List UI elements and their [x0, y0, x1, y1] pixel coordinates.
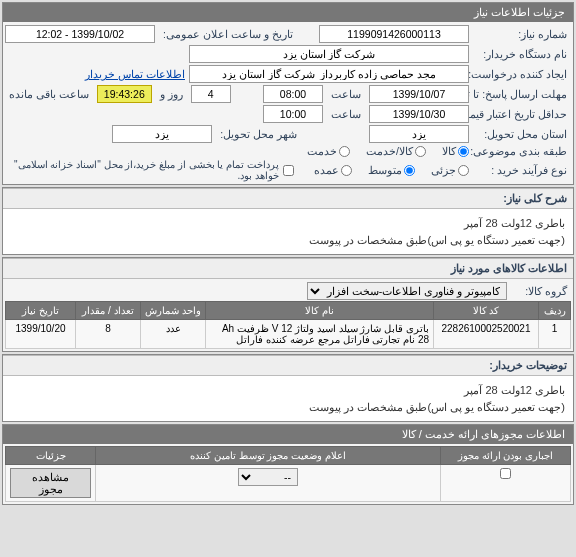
label-price-valid: حداقل تاریخ اعتبار قیمت: تا تاریخ: — [473, 108, 571, 120]
radio-large[interactable]: عمده — [314, 164, 352, 176]
section-buyer-notes-title: توضیحات خریدار: — [3, 355, 573, 376]
field-deadline-date[interactable] — [369, 85, 469, 103]
radio-medium[interactable]: متوسط — [368, 164, 415, 176]
th-unit: واحد شمارش — [141, 302, 206, 320]
label-budget-type: طبقه بندی موضوعی: — [473, 145, 571, 157]
panel-permits-body: اجباری بودن ارائه مجوز اعلام وضعیت مجوز … — [3, 444, 573, 504]
section-desc-title: شرح کلی نیاز: — [3, 188, 573, 209]
desc-line-1: باطری 12ولت 28 آمپر — [11, 215, 565, 232]
label-remaining: ساعت باقی مانده — [5, 88, 93, 100]
panel-buyer-notes: توضیحات خریدار: باطری 12ولت 28 آمپر (جهت… — [2, 354, 574, 422]
cell-row: 1 — [539, 320, 571, 349]
cell-unit: عدد — [141, 320, 206, 349]
section-goods-title: اطلاعات کالاهای مورد نیاز — [3, 258, 573, 279]
field-province[interactable] — [369, 125, 469, 143]
field-price-valid-time[interactable] — [263, 105, 323, 123]
label-city: شهر محل تحویل: — [216, 128, 301, 140]
th-code: کد کالا — [434, 302, 539, 320]
field-requester[interactable] — [189, 65, 469, 83]
th-status-announce: اعلام وضعیت مجوز توسط تامین کننده — [96, 447, 441, 465]
cell-status-announce: -- — [96, 465, 441, 502]
cell-date: 1399/10/20 — [6, 320, 76, 349]
link-contact-info[interactable]: اطلاعات تماس خریدار — [85, 68, 185, 80]
radio-medium-input[interactable] — [404, 165, 415, 176]
buyer-note-line-1: باطری 12ولت 28 آمپر — [11, 382, 565, 399]
radio-goods-service[interactable]: کالا/خدمت — [366, 145, 426, 157]
radio-service-input[interactable] — [339, 146, 350, 157]
radio-service-label: خدمت — [307, 145, 337, 157]
cell-details: مشاهده مجوز — [6, 465, 96, 502]
radio-small-input[interactable] — [458, 165, 469, 176]
th-details: جزئیات — [6, 447, 96, 465]
th-date: تاریخ نیاز — [6, 302, 76, 320]
radio-small[interactable]: جزئی — [431, 164, 469, 176]
radio-goods-label: کالا — [442, 145, 456, 157]
field-price-valid-date[interactable] — [369, 105, 469, 123]
countdown-box: 19:43:26 — [97, 85, 152, 103]
panel-description: شرح کلی نیاز: باطری 12ولت 28 آمپر (جهت ت… — [2, 187, 574, 255]
th-mandatory: اجباری بودن ارائه مجوز — [441, 447, 571, 465]
radio-large-input[interactable] — [341, 165, 352, 176]
th-row: ردیف — [539, 302, 571, 320]
select-goods-group[interactable]: کامپیوتر و فناوری اطلاعات-سخت افزار — [307, 282, 507, 300]
radio-large-label: عمده — [314, 164, 339, 176]
panel-need-details-body: شماره نیاز: تاریخ و ساعت اعلان عمومی: نا… — [3, 22, 573, 184]
label-day-and: روز و — [156, 88, 187, 100]
label-deadline: مهلت ارسال پاسخ: تا تاریخ: — [473, 88, 571, 100]
cell-qty: 8 — [76, 320, 141, 349]
radio-small-label: جزئی — [431, 164, 456, 176]
select-status[interactable]: -- — [238, 468, 298, 486]
panel-need-details: جزئیات اطلاعات نیاز شماره نیاز: تاریخ و … — [2, 2, 574, 185]
table-row: 1 2282610002520021 باتری قابل شارژ سیلد … — [6, 320, 571, 349]
panel-goods-info: اطلاعات کالاهای مورد نیاز گروه کالا: کام… — [2, 257, 574, 352]
label-goods-group: گروه کالا: — [511, 285, 571, 297]
section-buyer-notes-body: باطری 12ولت 28 آمپر (جهت تعمیر دستگاه یو… — [3, 376, 573, 421]
partial-payment-row: پرداخت تمام یا بخشی از مبلغ خرید،از محل … — [5, 159, 294, 181]
label-buyer-org: نام دستگاه خریدار: — [473, 48, 571, 60]
field-buyer-org[interactable] — [189, 45, 469, 63]
th-qty: تعداد / مقدار — [76, 302, 141, 320]
label-requester: ایجاد کننده درخواست: — [473, 68, 571, 80]
label-partial-payment: پرداخت تمام یا بخشی از مبلغ خرید،از محل … — [5, 159, 279, 181]
radio-goods-service-input[interactable] — [415, 146, 426, 157]
th-name: نام کالا — [206, 302, 434, 320]
cell-name: باتری قابل شارژ سیلد اسید ولتاژ V 12 ظرف… — [206, 320, 434, 349]
label-time-2: ساعت — [327, 108, 365, 120]
panel-permits-header: اطلاعات مجوزهای ارائه خدمت / کالا — [3, 425, 573, 444]
goods-table: ردیف کد کالا نام کالا واحد شمارش تعداد /… — [5, 301, 571, 349]
field-deadline-time[interactable] — [263, 85, 323, 103]
label-time-1: ساعت — [327, 88, 365, 100]
label-buy-process: نوع فرآیند خرید : — [473, 164, 571, 176]
field-pub-datetime[interactable] — [5, 25, 155, 43]
buyer-note-line-2: (جهت تعمیر دستگاه یو پی اس)طبق مشخصات در… — [11, 399, 565, 416]
label-need-no: شماره نیاز: — [473, 28, 571, 40]
checkbox-partial-payment[interactable] — [283, 165, 294, 176]
permits-row: -- مشاهده مجوز — [6, 465, 571, 502]
field-need-no[interactable] — [319, 25, 469, 43]
section-desc-body: باطری 12ولت 28 آمپر (جهت تعمیر دستگاه یو… — [3, 209, 573, 254]
radio-goods-input[interactable] — [458, 146, 469, 157]
cell-mandatory — [441, 465, 571, 502]
section-goods-body: گروه کالا: کامپیوتر و فناوری اطلاعات-سخت… — [3, 279, 573, 351]
label-province: استان محل تحویل: — [473, 128, 571, 140]
label-pub-datetime: تاریخ و ساعت اعلان عمومی: — [159, 28, 297, 40]
panel-need-details-header: جزئیات اطلاعات نیاز — [3, 3, 573, 22]
radio-medium-label: متوسط — [368, 164, 402, 176]
view-permit-button[interactable]: مشاهده مجوز — [10, 468, 91, 498]
cell-code: 2282610002520021 — [434, 320, 539, 349]
field-days-left[interactable] — [191, 85, 231, 103]
radio-goods[interactable]: کالا — [442, 145, 469, 157]
checkbox-mandatory[interactable] — [500, 468, 511, 479]
radio-goods-service-label: کالا/خدمت — [366, 145, 413, 157]
field-city[interactable] — [112, 125, 212, 143]
permits-table: اجباری بودن ارائه مجوز اعلام وضعیت مجوز … — [5, 446, 571, 502]
desc-line-2: (جهت تعمیر دستگاه یو پی اس)طبق مشخصات در… — [11, 232, 565, 249]
radio-service[interactable]: خدمت — [307, 145, 350, 157]
panel-permits: اطلاعات مجوزهای ارائه خدمت / کالا اجباری… — [2, 424, 574, 505]
